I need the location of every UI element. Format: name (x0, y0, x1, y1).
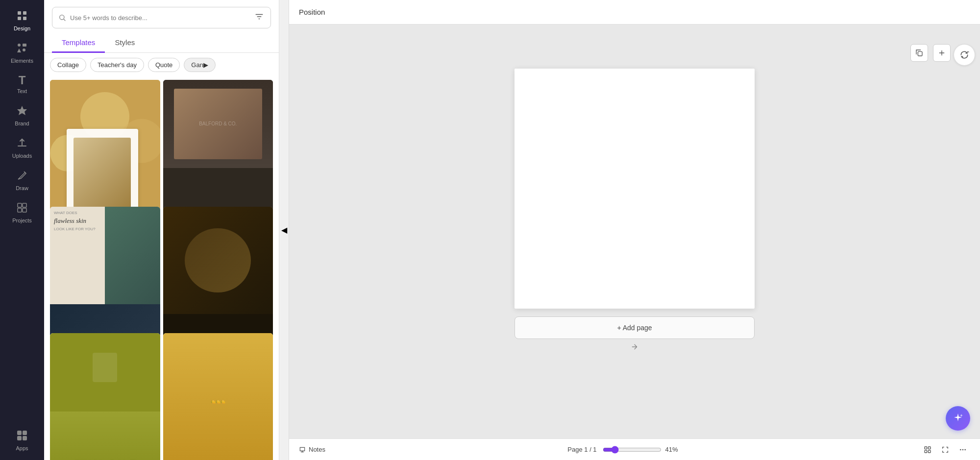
sidebar-item-elements[interactable]: Elements (2, 37, 42, 68)
svg-rect-20 (928, 447, 931, 449)
svg-rect-16 (23, 436, 27, 440)
sidebar-item-uploads-label: Uploads (12, 153, 32, 159)
refresh-button[interactable] (954, 44, 975, 66)
svg-rect-14 (23, 431, 27, 435)
svg-rect-9 (18, 203, 22, 207)
elements-icon (16, 42, 28, 56)
text-icon: T (19, 74, 26, 86)
show-pages-button[interactable] (631, 343, 638, 351)
canvas-area: Position + Ad (289, 0, 980, 460)
canvas-actions (910, 44, 951, 62)
canvas-scroll[interactable]: + Add page (289, 24, 980, 438)
svg-point-25 (964, 449, 966, 450)
projects-icon (16, 202, 28, 216)
svg-rect-19 (925, 447, 927, 449)
sidebar-item-design-label: Design (14, 25, 30, 31)
svg-rect-18 (918, 51, 922, 56)
magic-sparkle-icon (952, 412, 964, 424)
search-bar (44, 0, 279, 33)
chip-collage[interactable]: Collage (50, 58, 86, 72)
sidebar-item-uploads[interactable]: Uploads (2, 132, 42, 163)
hide-panel-icon: ◀ (281, 225, 287, 235)
template-card-5[interactable]: FINAL SALE ▶ (50, 333, 160, 460)
magic-ai-button[interactable] (946, 406, 970, 431)
sidebar-item-text[interactable]: T Text (2, 70, 42, 98)
sidebar-item-projects-label: Projects (12, 218, 32, 223)
template-card-6[interactable]: 🍋🍋🍋 BEAUTYNATURE Health benefits of lemo… (163, 333, 273, 460)
sidebar: Design Elements T Text Brand (0, 0, 44, 460)
sidebar-item-apps[interactable]: Apps (2, 425, 42, 455)
zoom-level: 41% (665, 446, 678, 453)
sidebar-item-projects[interactable]: Projects (2, 197, 42, 227)
svg-rect-7 (23, 48, 25, 51)
svg-rect-12 (23, 208, 26, 212)
svg-point-4 (18, 44, 21, 47)
notes-label: Notes (309, 446, 325, 453)
toolbar-position-title: Position (299, 8, 325, 16)
templates-panel: Templates Styles Collage Teacher's day Q… (44, 0, 279, 460)
svg-rect-5 (23, 44, 26, 47)
notes-button[interactable]: Notes (299, 446, 325, 453)
search-icon (58, 14, 66, 22)
copy-page-button[interactable] (910, 44, 928, 62)
svg-marker-8 (17, 106, 27, 115)
zoom-controls: 41% (603, 446, 678, 454)
add-page-icon-button[interactable] (933, 44, 951, 62)
chip-more[interactable]: Gan▶ (184, 58, 216, 72)
svg-point-24 (962, 449, 964, 450)
bottom-bar: Notes Page 1 / 1 41% (289, 438, 980, 460)
canvas-page (514, 69, 755, 309)
svg-rect-22 (928, 450, 931, 453)
sidebar-item-elements-label: Elements (11, 58, 33, 64)
add-page-button[interactable]: + Add page (514, 316, 755, 339)
search-input[interactable] (70, 14, 250, 22)
search-filter-button[interactable] (254, 11, 265, 24)
view-buttons (920, 442, 970, 457)
sidebar-item-brand[interactable]: Brand (2, 100, 42, 130)
show-pages-icon (631, 343, 638, 351)
templates-grid: Live in the moment ▶ BALFORD & CO. CREAT… (44, 77, 279, 460)
page-info: Page 1 / 1 (567, 446, 596, 453)
draw-icon (16, 169, 28, 183)
svg-rect-2 (18, 17, 21, 20)
svg-rect-10 (23, 203, 26, 207)
design-icon (16, 10, 28, 24)
fullscreen-button[interactable] (938, 442, 953, 457)
top-toolbar: Position (289, 0, 980, 24)
svg-rect-0 (18, 11, 21, 15)
search-input-wrap[interactable] (52, 7, 271, 28)
svg-rect-13 (17, 431, 22, 435)
panel-tabs: Templates Styles (44, 33, 279, 53)
sidebar-item-draw[interactable]: Draw (2, 165, 42, 195)
chip-quote[interactable]: Quote (148, 58, 180, 72)
apps-icon (16, 430, 28, 443)
svg-rect-1 (23, 11, 26, 15)
tab-templates[interactable]: Templates (52, 33, 105, 53)
svg-rect-21 (925, 450, 927, 453)
chip-teachers-day[interactable]: Teacher's day (90, 58, 144, 72)
sidebar-item-draw-label: Draw (16, 185, 28, 191)
notes-icon (299, 446, 306, 453)
filter-chips: Collage Teacher's day Quote Gan▶ (44, 53, 279, 77)
sidebar-item-text-label: Text (17, 88, 27, 94)
zoom-slider[interactable] (603, 446, 662, 454)
svg-marker-6 (17, 48, 21, 52)
tab-styles[interactable]: Styles (105, 33, 145, 53)
more-options-button[interactable] (956, 442, 970, 457)
brand-icon (16, 105, 28, 119)
svg-rect-15 (17, 436, 22, 440)
uploads-icon (16, 137, 28, 151)
sidebar-item-apps-label: Apps (16, 445, 28, 451)
grid-view-button[interactable] (920, 442, 935, 457)
svg-rect-3 (23, 17, 26, 20)
svg-rect-11 (18, 208, 22, 212)
hide-panel-button[interactable]: ◀ (279, 0, 289, 460)
sidebar-item-brand-label: Brand (15, 121, 29, 126)
sidebar-item-design[interactable]: Design (2, 5, 42, 35)
svg-point-23 (960, 449, 961, 450)
